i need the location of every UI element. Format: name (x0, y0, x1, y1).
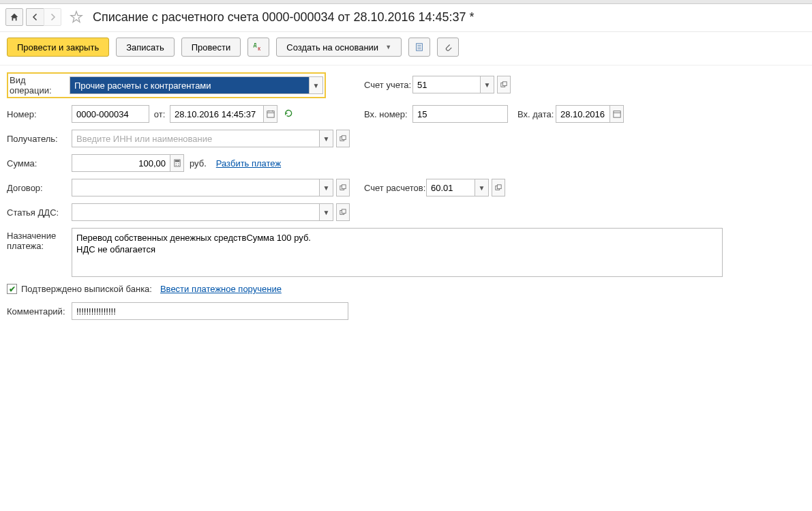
dds-article-label: Статья ДДС: (7, 207, 72, 218)
page-title: Списание с расчетного счета 0000-000034 … (93, 10, 475, 25)
incoming-number-label: Вх. номер: (361, 109, 412, 119)
post-button[interactable]: Провести (181, 38, 241, 57)
number-input[interactable] (72, 105, 149, 123)
settlement-account-dropdown[interactable]: ▼ (475, 179, 489, 196)
svg-rect-8 (267, 111, 273, 117)
open-icon (340, 209, 346, 216)
incoming-date-input[interactable] (556, 105, 610, 123)
svg-rect-27 (342, 209, 346, 214)
contract-open[interactable] (336, 179, 350, 196)
svg-rect-15 (342, 136, 346, 140)
refresh-icon (284, 108, 295, 118)
comment-input[interactable] (72, 302, 348, 320)
calculator-icon (174, 159, 181, 167)
purpose-textarea[interactable] (72, 228, 723, 277)
operation-type-label: Вид операции: (10, 75, 70, 96)
forward-button[interactable] (44, 8, 61, 26)
recipient-open[interactable] (336, 130, 350, 147)
purpose-label: Назначение платежа: (7, 228, 72, 251)
document-icon (415, 42, 424, 52)
contract-dropdown[interactable]: ▼ (320, 179, 333, 196)
svg-text:К: К (258, 46, 260, 51)
create-based-on-button[interactable]: Создать на основании ▼ (276, 38, 402, 57)
home-icon (10, 12, 19, 22)
open-icon (340, 135, 346, 142)
chevron-down-icon: ▼ (385, 44, 391, 50)
recipient-input[interactable] (72, 130, 320, 147)
svg-rect-7 (502, 82, 507, 86)
recipient-dropdown[interactable]: ▼ (320, 130, 333, 147)
amount-input[interactable] (72, 154, 170, 172)
svg-rect-25 (497, 185, 501, 189)
dt-kt-button[interactable]: Д К (247, 38, 269, 57)
refresh-button[interactable] (284, 108, 295, 120)
home-button[interactable] (5, 8, 23, 26)
date-input[interactable] (170, 105, 264, 123)
dds-article-open[interactable] (336, 203, 350, 221)
enter-payment-order-link[interactable]: Ввести платежное поручение (160, 284, 282, 294)
settlement-account-open[interactable] (492, 179, 505, 196)
dds-article-dropdown[interactable]: ▼ (320, 203, 333, 221)
amount-calculator[interactable] (170, 154, 184, 172)
incoming-number-input[interactable] (412, 105, 508, 123)
svg-rect-12 (613, 111, 620, 117)
contract-input[interactable] (72, 179, 320, 196)
back-button[interactable] (26, 8, 44, 26)
svg-point-21 (178, 165, 179, 166)
incoming-date-label: Вх. дата: (508, 109, 556, 119)
account-open[interactable] (497, 76, 511, 93)
svg-rect-23 (342, 185, 346, 189)
attach-button[interactable] (437, 38, 459, 57)
open-icon (500, 81, 507, 88)
number-label: Номер: (7, 109, 72, 119)
svg-rect-17 (175, 160, 179, 162)
star-icon (70, 10, 83, 24)
open-icon (495, 184, 502, 191)
svg-point-18 (175, 163, 176, 164)
favorite-button[interactable] (68, 9, 85, 25)
svg-point-19 (178, 163, 179, 164)
calendar-icon (267, 110, 275, 118)
open-icon (340, 184, 346, 191)
arrow-left-icon (31, 13, 40, 21)
svg-text:Д: Д (254, 42, 257, 48)
split-payment-link[interactable]: Разбить платеж (216, 158, 281, 169)
confirmed-label: Подтверждено выпиской банка: (21, 284, 152, 294)
calendar-icon (613, 110, 621, 118)
operation-type-dropdown[interactable]: ▼ (310, 76, 323, 94)
currency-label: руб. (190, 158, 207, 169)
post-and-close-button[interactable]: Провести и закрыть (7, 38, 109, 57)
account-label: Счет учета: (361, 80, 412, 90)
incoming-date-picker[interactable] (610, 105, 624, 123)
confirmed-checkbox[interactable]: ✔ (7, 284, 17, 294)
dt-kt-icon: Д К (253, 42, 264, 52)
recipient-label: Получатель: (7, 134, 72, 144)
from-label: от: (149, 109, 170, 119)
contract-label: Договор: (7, 183, 72, 193)
report-button[interactable] (408, 38, 430, 57)
settlement-account-label: Счет расчетов: (361, 183, 426, 193)
save-button[interactable]: Записать (116, 38, 175, 57)
operation-type-input[interactable] (70, 76, 310, 94)
arrow-right-icon (48, 13, 57, 21)
create-based-on-label: Создать на основании (286, 42, 378, 53)
account-input[interactable] (412, 76, 481, 93)
dds-article-input[interactable] (72, 203, 320, 221)
date-picker-button[interactable] (264, 105, 277, 123)
account-dropdown[interactable]: ▼ (481, 76, 494, 93)
svg-point-20 (175, 165, 176, 166)
comment-label: Комментарий: (7, 306, 72, 317)
paperclip-icon (443, 42, 453, 52)
amount-label: Сумма: (7, 158, 72, 169)
settlement-account-input[interactable] (426, 179, 475, 196)
